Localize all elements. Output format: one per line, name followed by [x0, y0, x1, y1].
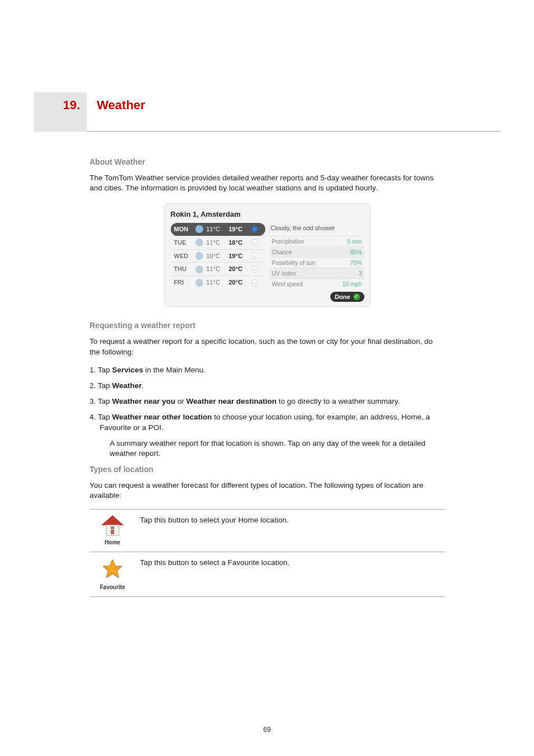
step-4-sub: A summary weather report for that locati… [100, 438, 445, 459]
chapter-header: 19. Weather [34, 92, 500, 132]
forecast-row-fri[interactable]: FRI 11°C 20°C → [171, 276, 265, 289]
arrow-right-icon: → [251, 279, 258, 286]
weather-summary-text: Cloudy, the odd shower [270, 223, 364, 236]
home-description: Tap this button to select your Home loca… [140, 509, 445, 552]
favourite-label: Favourite [90, 584, 135, 591]
done-button[interactable]: Done [330, 292, 364, 302]
svg-marker-0 [103, 559, 121, 577]
page-content: About Weather The TomTom Weather service… [90, 157, 445, 597]
step-2: 2. Tap Weather. [90, 381, 445, 391]
about-paragraph: The TomTom Weather service provides deta… [90, 173, 445, 193]
request-steps: 1. Tap Services in the Main Menu. 2. Tap… [90, 365, 445, 459]
check-icon [353, 293, 360, 300]
location-types-table: Home Tap this button to select your Home… [90, 509, 445, 598]
weather-screenshot: Rokin 1, Amsterdam MON 11°C 19°C i TUE 1… [165, 203, 371, 307]
about-heading: About Weather [90, 157, 445, 167]
chapter-number-block: 19. [34, 92, 87, 132]
weather-icon [195, 265, 203, 273]
screenshot-location-title: Rokin 1, Amsterdam [171, 209, 364, 220]
forecast-row-wed[interactable]: WED 10°C 19°C ↓ [171, 249, 265, 263]
home-icon[interactable] [101, 515, 124, 538]
weather-details-table: Precipitation5 mm Chance85% Possibility … [270, 236, 364, 290]
step-3: 3. Tap Weather near you or Weather near … [90, 396, 445, 407]
page-number: 69 [0, 726, 534, 734]
weather-icon [195, 279, 203, 287]
request-intro: To request a weather report for a specif… [90, 337, 445, 357]
types-intro: You can request a weather forecast for d… [90, 480, 445, 501]
location-row-home: Home Tap this button to select your Home… [90, 509, 445, 552]
forecast-row-tue[interactable]: TUE 11°C 18°C ↓ [171, 236, 265, 249]
types-heading: Types of location [90, 464, 445, 475]
arrow-down-icon: ↓ [251, 253, 258, 259]
arrow-down-icon: ↓ [251, 239, 258, 246]
request-heading: Requesting a weather report [90, 320, 445, 331]
star-icon[interactable] [100, 558, 125, 580]
favourite-description: Tap this button to select a Favourite lo… [140, 552, 445, 597]
chapter-number: 19. [63, 98, 80, 113]
weather-icon [195, 252, 203, 260]
info-icon: i [251, 226, 258, 232]
forecast-day-list: MON 11°C 19°C i TUE 11°C 18°C ↓ WED 10°C [171, 223, 265, 302]
weather-icon [195, 225, 203, 233]
forecast-row-mon[interactable]: MON 11°C 19°C i [171, 223, 265, 236]
arrow-down-icon: ↓ [251, 266, 258, 273]
step-1: 1. Tap Services in the Main Menu. [90, 365, 445, 375]
home-label: Home [90, 539, 135, 547]
step-4: 4. Tap Weather near other location to ch… [90, 412, 445, 459]
forecast-row-thu[interactable]: THU 11°C 20°C ↓ [171, 262, 265, 276]
weather-icon [195, 239, 203, 246]
location-row-favourite: Favourite Tap this button to select a Fa… [90, 552, 445, 597]
chapter-title: Weather [87, 92, 145, 113]
